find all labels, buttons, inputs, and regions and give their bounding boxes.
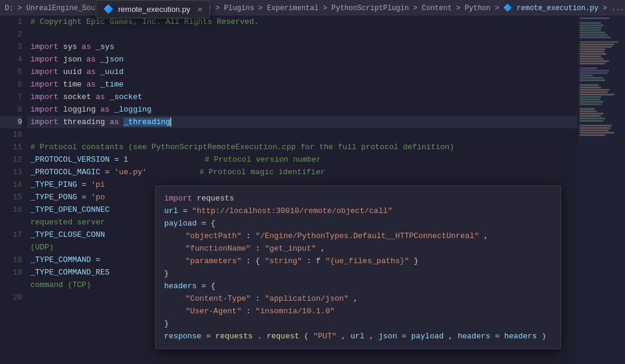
- minimap: [577, 16, 625, 364]
- code-line-7: import socket as _socket: [27, 91, 577, 103]
- popup-line-3: payload = {: [164, 217, 552, 230]
- line-num-18: 18: [0, 254, 22, 266]
- text-cursor: [170, 118, 171, 127]
- line-num-4: 4: [0, 53, 22, 66]
- popup-line-2: url = "http://localhost:30010/remote/obj…: [164, 205, 552, 217]
- code-line-2: [27, 28, 577, 41]
- popup-line-4: "objectPath" : "/Engine/PythonTypes.Defa…: [164, 230, 552, 242]
- line-num-7: 7: [0, 91, 22, 103]
- line-num-2: 2: [0, 28, 22, 41]
- code-line-4: import json as _json: [27, 53, 577, 66]
- line-num-15: 15: [0, 191, 22, 203]
- minimap-viewport: [577, 16, 625, 364]
- hover-popup: import requests url = "http://localhost:…: [155, 186, 561, 349]
- line-num-19: 19: [0, 266, 22, 279]
- line-num-blank-17: [0, 241, 22, 254]
- line-num-8: 8: [0, 103, 22, 116]
- editor-container: 1 2 3 4 5 6 7 8 9 10 11 12 13 14 15 16 1…: [0, 16, 625, 364]
- code-line-3: import sys as _sys: [27, 41, 577, 53]
- popup-line-7: }: [164, 267, 552, 280]
- tab-close-button[interactable]: ✕: [198, 4, 202, 14]
- line-num-11: 11: [0, 141, 22, 153]
- code-line-12: _PROTOCOL_VERSION = 1 # Protocol version…: [27, 153, 577, 166]
- line-num-14: 14: [0, 178, 22, 191]
- popup-line-8: headers = {: [164, 280, 552, 292]
- line-num-9: 9: [0, 116, 22, 128]
- popup-line-11: }: [164, 317, 552, 330]
- line-num-13: 13: [0, 166, 22, 178]
- popup-line-5: "functionName" : "get_input" ,: [164, 242, 552, 255]
- popup-line-10: "User-Agent" : "insomnia/10.1.0": [164, 305, 552, 317]
- line-num-blank-19: [0, 279, 22, 291]
- code-line-13: _PROTOCOL_MAGIC = 'ue.py' # Protocol mag…: [27, 166, 577, 178]
- line-num-10: 10: [0, 128, 22, 141]
- code-line-5: import uuid as _uuid: [27, 66, 577, 78]
- line-numbers: 1 2 3 4 5 6 7 8 9 10 11 12 13 14 15 16 1…: [0, 16, 27, 364]
- line-num-1: 1: [0, 16, 22, 28]
- tab-tooltip: 🔷 remote_execution.py ✕: [96, 0, 210, 18]
- tab-filename: remote_execution.py: [118, 5, 190, 14]
- popup-line-9: "Content-Type" : "application/json" ,: [164, 292, 552, 305]
- code-line-11: # Protocol constants (see PythonScriptRe…: [27, 141, 577, 153]
- breadcrumb: D: > UnrealEngine_Source > UnrealEngine …: [0, 0, 625, 16]
- line-num-16: 16: [0, 203, 22, 216]
- popup-line-6: "parameters" : { "string" : f "{ue_files…: [164, 255, 552, 267]
- tab-file-icon: 🔷: [103, 4, 113, 14]
- popup-line-12: response = requests . request ( "PUT" , …: [164, 330, 552, 343]
- code-line-8: import logging as _logging: [27, 103, 577, 116]
- popup-line-1: import requests: [164, 192, 552, 205]
- line-num-17: 17: [0, 229, 22, 241]
- code-area[interactable]: # Copyright Epic Games, Inc. All Rights …: [27, 16, 577, 364]
- line-num-blank-16: [0, 216, 22, 229]
- line-num-6: 6: [0, 78, 22, 91]
- code-line-6: import time as _time: [27, 78, 577, 91]
- line-num-20: 20: [0, 291, 22, 304]
- code-line-10: [27, 128, 577, 141]
- line-num-12: 12: [0, 153, 22, 166]
- code-line-9: import threading as _threading: [27, 116, 577, 128]
- line-num-3: 3: [0, 41, 22, 53]
- line-num-5: 5: [0, 66, 22, 78]
